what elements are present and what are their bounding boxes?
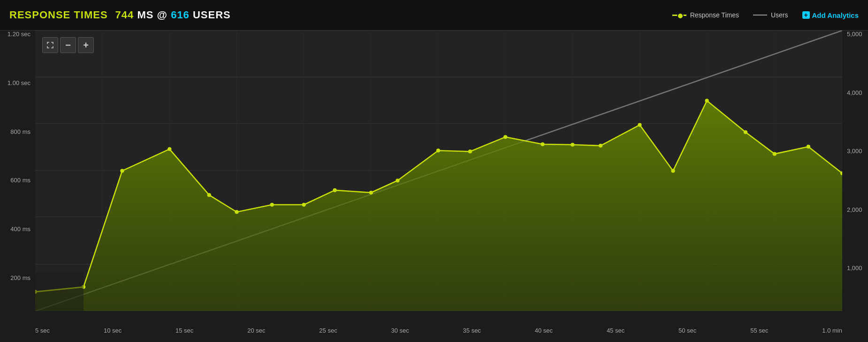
- svg-point-44: [807, 145, 810, 148]
- legend-users-label: Users: [771, 11, 788, 19]
- x-label-11: 1.0 min: [822, 327, 842, 334]
- svg-point-32: [396, 179, 399, 182]
- legend-response-times: Response Times: [672, 11, 739, 19]
- y-left-label-5: 200 ms: [10, 274, 30, 281]
- header: RESPONSE TIMES 744 MS @ 616 USERS Respon…: [0, 0, 868, 31]
- users-label: USERS: [193, 9, 231, 21]
- y-right-label-0: 5,000: [847, 31, 862, 38]
- svg-point-30: [333, 188, 336, 192]
- y-axis-left: 1.20 sec 1.00 sec 800 ms 600 ms 400 ms 2…: [0, 31, 35, 323]
- y-left-label-0: 1.20 sec: [8, 31, 30, 38]
- y-right-label-1: 4,000: [847, 89, 862, 96]
- x-label-10: 55 sec: [750, 327, 768, 334]
- y-right-label-2: 3,000: [847, 148, 862, 155]
- legend-line-gray-icon: [753, 15, 767, 16]
- x-label-7: 40 sec: [535, 327, 553, 334]
- chart-area: − + 1.20 sec 1.00 sec 800 ms 600 ms 400 …: [0, 31, 868, 342]
- legend-users: Users: [753, 11, 788, 19]
- legend-response-times-label: Response Times: [690, 11, 739, 19]
- svg-point-40: [671, 169, 675, 173]
- fullscreen-button[interactable]: [42, 37, 58, 53]
- x-label-3: 20 sec: [247, 327, 265, 334]
- svg-rect-46: [35, 272, 84, 311]
- svg-point-33: [436, 148, 440, 152]
- svg-point-35: [503, 135, 507, 139]
- zoom-controls: − +: [42, 37, 94, 53]
- svg-point-42: [744, 130, 747, 134]
- add-analytics-button[interactable]: + Add Analytics: [802, 11, 859, 19]
- x-label-5: 30 sec: [391, 327, 409, 334]
- svg-point-43: [773, 152, 777, 156]
- y-right-label-4: 1,000: [847, 264, 862, 272]
- zoom-in-button[interactable]: +: [78, 37, 94, 53]
- svg-point-27: [235, 210, 238, 214]
- svg-point-26: [207, 193, 211, 197]
- y-right-label-3: 2,000: [847, 206, 862, 213]
- page-title: RESPONSE TIMES: [9, 9, 108, 21]
- y-left-label-4: 400 ms: [10, 225, 30, 233]
- x-label-8: 45 sec: [607, 327, 624, 334]
- svg-point-37: [571, 143, 574, 147]
- zoom-out-button[interactable]: −: [60, 37, 76, 53]
- svg-point-29: [302, 203, 306, 207]
- x-label-6: 35 sec: [463, 327, 481, 334]
- svg-point-24: [120, 169, 124, 173]
- svg-point-39: [638, 123, 641, 127]
- stat-display: 744 MS @ 616 USERS: [115, 9, 231, 21]
- legend-line-yellow-icon: [672, 15, 686, 16]
- header-right: Response Times Users + Add Analytics: [672, 11, 859, 19]
- x-label-9: 50 sec: [678, 327, 696, 334]
- header-left: RESPONSE TIMES 744 MS @ 616 USERS: [9, 9, 231, 21]
- svg-point-41: [705, 99, 708, 102]
- x-label-0: 5 sec: [35, 327, 50, 334]
- users-value: 616: [171, 9, 190, 21]
- y-axis-right: 5,000 4,000 3,000 2,000 1,000: [842, 31, 868, 323]
- svg-point-34: [468, 149, 472, 153]
- x-axis: 5 sec 10 sec 15 sec 20 sec 25 sec 30 sec…: [35, 324, 842, 342]
- app-container: RESPONSE TIMES 744 MS @ 616 USERS Respon…: [0, 0, 868, 342]
- svg-point-36: [541, 142, 544, 146]
- ms-unit: MS @: [137, 9, 168, 21]
- svg-point-28: [270, 203, 274, 207]
- y-left-label-1: 1.00 sec: [8, 79, 30, 86]
- y-left-label-3: 600 ms: [10, 177, 30, 184]
- zoom-in-icon: +: [83, 40, 89, 51]
- plus-icon: +: [802, 11, 810, 19]
- x-label-2: 15 sec: [175, 327, 193, 334]
- ms-value: 744: [115, 9, 134, 21]
- svg-point-31: [369, 191, 373, 194]
- x-label-1: 10 sec: [104, 327, 122, 334]
- fullscreen-icon: [46, 41, 54, 49]
- chart-svg: [35, 31, 842, 311]
- zoom-out-icon: −: [65, 40, 71, 51]
- add-analytics-label: Add Analytics: [812, 11, 859, 19]
- svg-point-38: [599, 144, 602, 148]
- y-left-label-2: 800 ms: [10, 128, 30, 135]
- x-label-4: 25 sec: [319, 327, 337, 334]
- svg-point-25: [168, 147, 171, 151]
